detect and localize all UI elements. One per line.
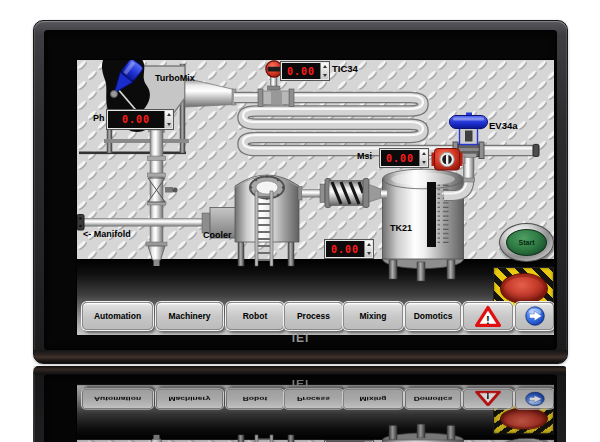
screw-spinner[interactable] <box>364 241 372 257</box>
svg-text:!: ! <box>486 313 490 325</box>
warning-button[interactable]: ! <box>463 302 513 330</box>
tic34-spinner[interactable] <box>320 63 328 79</box>
msi-label: Msi <box>357 151 372 161</box>
hmi-screen: TurboMix Cooler <- Manifold TK21 EV34a T… <box>77 385 554 442</box>
nav-button-machinery: Machinery <box>156 389 223 409</box>
emergency-stop-button <box>500 408 548 430</box>
hmi-screen: TurboMix Cooler <- Manifold TK21 EV34a T… <box>77 60 554 335</box>
warning-icon: ! <box>475 391 501 408</box>
tic34-label: TIC34 <box>332 64 358 74</box>
spinner-up-icon[interactable] <box>167 113 171 116</box>
brand-logo: iEi <box>34 331 567 345</box>
spinner-up-icon[interactable] <box>422 152 426 155</box>
monitor-bezel: TurboMix Cooler <- Manifold TK21 EV34a T… <box>44 30 557 350</box>
nav-button-robot[interactable]: Robot <box>226 302 284 330</box>
flow-meter <box>258 89 294 107</box>
hopper-outlet-pipe <box>146 130 178 266</box>
ph-value: 0.00 <box>108 111 164 128</box>
tic34-transmitter <box>266 60 282 90</box>
msi-display: 0.00 <box>380 149 428 167</box>
ladder <box>255 435 273 442</box>
msi-valve[interactable] <box>432 149 466 171</box>
screw-conveyor <box>298 179 387 208</box>
ph-spinner[interactable] <box>164 111 172 128</box>
ph-display: 0.00 <box>107 110 173 129</box>
valve-actuator <box>450 116 488 129</box>
screenshot-root: TurboMix Cooler <- Manifold TK21 EV34a T… <box>0 0 600 442</box>
spinner-down-icon[interactable] <box>422 161 426 164</box>
nav-button-domotics[interactable]: Domotics <box>405 302 461 330</box>
forward-button <box>515 389 554 409</box>
emergency-stop-panel <box>493 405 554 435</box>
cooler-vessel <box>202 435 299 442</box>
monitor: TurboMix Cooler <- Manifold TK21 EV34a T… <box>33 20 568 364</box>
nav-button-process: Process <box>284 389 343 409</box>
warning-icon: ! <box>475 305 501 328</box>
process-diagram <box>77 60 554 335</box>
ground-line <box>79 152 186 155</box>
cooler-label: Cooler <box>203 230 232 240</box>
monitor-reflection-image: TurboMix Cooler <- Manifold TK21 EV34a T… <box>33 366 566 442</box>
msi-value: 0.00 <box>381 150 419 166</box>
start-label: Start <box>519 239 535 246</box>
tic34-value: 0.00 <box>282 63 320 79</box>
nav-button-machinery[interactable]: Machinery <box>156 302 223 330</box>
ev34a-label: EV34a <box>489 121 518 131</box>
spinner-down-icon[interactable] <box>367 252 371 255</box>
tk21-tank <box>383 424 464 442</box>
pipe-end-cap <box>533 144 539 156</box>
emergency-stop-button[interactable] <box>500 273 548 304</box>
nav-button-process[interactable]: Process <box>284 302 343 330</box>
msi-spinner[interactable] <box>419 150 427 166</box>
spinner-down-icon[interactable] <box>167 123 171 126</box>
screw-display: 0.00 <box>325 240 373 258</box>
forward-arrow-icon <box>524 305 546 327</box>
spinner-up-icon[interactable] <box>323 65 327 68</box>
nav-button-mixing: Mixing <box>343 389 403 409</box>
tic34-display: 0.00 <box>281 62 329 80</box>
monitor-foot <box>34 350 567 363</box>
spinner-up-icon[interactable] <box>367 243 371 246</box>
nav-button-robot: Robot <box>226 389 284 409</box>
turbomix-label: TurboMix <box>155 73 195 83</box>
start-button[interactable]: Start <box>499 223 554 262</box>
start-button-face[interactable]: Start <box>506 229 547 256</box>
tk21-label: TK21 <box>390 223 412 233</box>
forward-arrow-icon <box>524 391 546 407</box>
level-gauge <box>427 182 436 247</box>
screw-value: 0.00 <box>326 241 364 257</box>
nav-button-mixing[interactable]: Mixing <box>343 302 403 330</box>
ph-label: Ph <box>93 113 105 123</box>
spinner-down-icon[interactable] <box>323 74 327 77</box>
manifold-pipe <box>77 215 213 231</box>
monitor-foot <box>34 366 566 374</box>
svg-text:!: ! <box>486 392 490 401</box>
forward-button[interactable] <box>515 302 554 330</box>
cooler-vessel <box>202 175 299 266</box>
nav-button-automation[interactable]: Automation <box>82 302 153 330</box>
manifold-label: <- Manifold <box>83 229 131 239</box>
brand-logo: iEi <box>34 378 566 388</box>
nav-button-automation: Automation <box>82 389 153 409</box>
monitor-reflection: TurboMix Cooler <- Manifold TK21 EV34a T… <box>33 366 566 442</box>
hopper-outlet-pipe <box>146 435 178 442</box>
warning-button: ! <box>463 389 513 409</box>
nav-button-domotics: Domotics <box>405 389 461 409</box>
